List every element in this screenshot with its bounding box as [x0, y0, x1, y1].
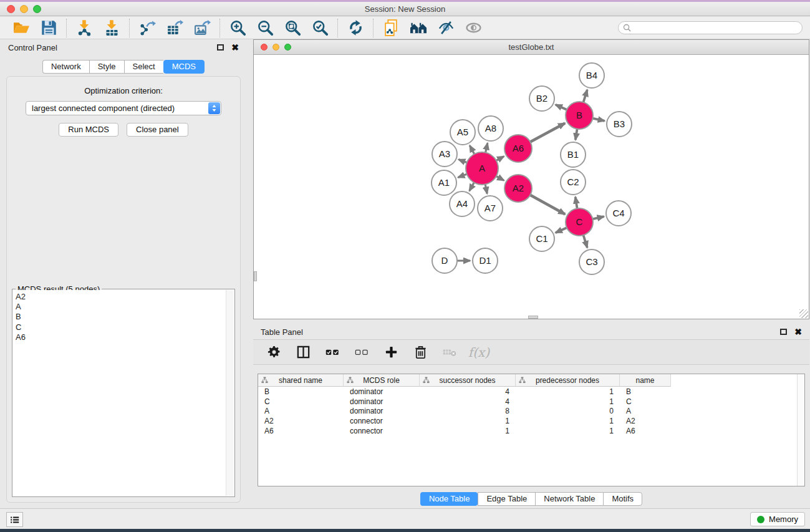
network-maximize-button[interactable]	[284, 44, 291, 51]
svg-text:A7: A7	[485, 203, 496, 213]
delete-columns-icon[interactable]	[412, 344, 429, 361]
mcds-result-list[interactable]: A2ABCA6	[13, 290, 234, 496]
mcds-result-group: MCDS result (5 nodes) A2ABCA6	[12, 289, 235, 497]
tab-select[interactable]: Select	[124, 60, 163, 74]
zoom-fit-content-icon[interactable]	[284, 19, 301, 37]
float-panel-icon[interactable]	[780, 329, 787, 335]
close-window-button[interactable]	[7, 5, 15, 13]
status-bar: Memory	[0, 508, 810, 529]
node-A8[interactable]: A8	[478, 116, 503, 141]
tab-style[interactable]: Style	[89, 60, 124, 74]
node-B4[interactable]: B4	[579, 63, 604, 88]
tab-node-table[interactable]: Node Table	[420, 492, 478, 506]
zoom-out-icon[interactable]	[256, 19, 274, 37]
node-C2[interactable]: C2	[561, 170, 586, 195]
tab-motifs[interactable]: Motifs	[603, 492, 642, 506]
search-input[interactable]	[634, 23, 798, 33]
node-A1[interactable]: A1	[432, 170, 456, 195]
tab-edge-table[interactable]: Edge Table	[478, 492, 535, 506]
select-all-checkboxes-icon[interactable]	[324, 344, 341, 361]
float-panel-icon[interactable]	[217, 44, 224, 51]
node-C3[interactable]: C3	[579, 249, 604, 274]
open-folder-icon[interactable]	[12, 19, 30, 37]
network-graph[interactable]: B4B2BB3A5A8A6A3AB1A1C2A4A7A2CC4C1C3DD1	[254, 56, 809, 319]
toggle-split-view-icon[interactable]	[294, 344, 312, 361]
table-options-gear-icon[interactable]	[265, 344, 282, 361]
node-B3[interactable]: B3	[607, 112, 632, 137]
node-A6[interactable]: A6	[504, 135, 532, 162]
node-D[interactable]: D	[432, 248, 457, 273]
hide-graphics-details-icon[interactable]	[437, 19, 455, 37]
column-header-shared-name[interactable]: shared name	[258, 374, 344, 387]
maximize-window-button[interactable]	[33, 5, 41, 13]
result-list-item[interactable]: B	[16, 312, 234, 322]
node-B[interactable]: B	[566, 102, 593, 129]
svg-text:B1: B1	[567, 149, 579, 160]
memory-button[interactable]: Memory	[750, 512, 805, 526]
export-image-icon[interactable]	[193, 19, 211, 37]
node-A2[interactable]: A2	[504, 175, 532, 202]
result-list-item[interactable]: A2	[16, 292, 234, 302]
node-B2[interactable]: B2	[529, 86, 554, 111]
node-B1[interactable]: B1	[561, 142, 586, 167]
column-header-name[interactable]: name	[620, 374, 671, 387]
table-scrollbar[interactable]	[797, 374, 804, 486]
column-header-predecessor-nodes[interactable]: predecessor nodes	[516, 374, 620, 387]
minimize-window-button[interactable]	[20, 5, 28, 13]
show-details-eye-icon[interactable]	[465, 19, 482, 37]
node-A5[interactable]: A5	[450, 120, 475, 145]
welcome-screen-icon[interactable]	[410, 19, 427, 37]
result-list-item[interactable]: A6	[16, 332, 234, 342]
export-table-icon[interactable]	[166, 19, 183, 37]
criterion-dropdown[interactable]: largest connected component (directed)	[26, 101, 221, 115]
node-A[interactable]: A	[466, 152, 498, 185]
node-C[interactable]: C	[566, 208, 593, 236]
table-tabs: Node TableEdge TableNetwork TableMotifs	[253, 492, 809, 506]
node-A7[interactable]: A7	[478, 196, 503, 221]
result-list-item[interactable]: A	[16, 302, 234, 312]
table-row[interactable]: Adominator80A	[258, 406, 804, 416]
import-table-icon[interactable]	[103, 19, 120, 37]
tab-network-table[interactable]: Network Table	[535, 492, 603, 506]
task-history-button[interactable]	[6, 512, 23, 527]
table-row[interactable]: A6connector11A6	[258, 426, 804, 436]
import-network-icon[interactable]	[75, 19, 93, 37]
tab-mcds[interactable]: MCDS	[163, 60, 205, 74]
close-panel-button[interactable]: Close panel	[127, 123, 188, 137]
close-panel-icon[interactable]: ✖	[794, 327, 802, 336]
network-canvas[interactable]: B4B2BB3A5A8A6A3AB1A1C2A4A7A2CC4C1C3DD1	[254, 56, 808, 318]
node-C4[interactable]: C4	[606, 201, 631, 226]
network-from-selection-icon[interactable]	[382, 19, 400, 37]
resize-grip-icon[interactable]	[799, 309, 808, 318]
node-D1[interactable]: D1	[473, 248, 498, 273]
search-box[interactable]	[618, 21, 803, 34]
column-header-successor-nodes[interactable]: successor nodes	[420, 374, 516, 387]
split-handle-icon[interactable]	[528, 316, 538, 319]
node-A3[interactable]: A3	[432, 142, 457, 167]
close-panel-icon[interactable]: ✖	[231, 43, 239, 52]
network-minimize-button[interactable]	[272, 44, 279, 51]
zoom-in-icon[interactable]	[229, 19, 246, 37]
svg-text:D1: D1	[479, 255, 491, 266]
table-cell: 0	[516, 407, 620, 415]
table-row[interactable]: Cdominator41C	[258, 397, 804, 407]
save-session-icon[interactable]	[40, 19, 57, 37]
result-list-scrollbar[interactable]	[226, 290, 234, 496]
deselect-all-checkboxes-icon[interactable]	[353, 344, 370, 361]
tab-network[interactable]: Network	[42, 60, 89, 74]
result-list-item[interactable]: C	[16, 322, 234, 332]
run-mcds-button[interactable]: Run MCDS	[59, 123, 118, 137]
split-handle-icon[interactable]	[254, 271, 257, 281]
table-row[interactable]: A2connector11A2	[258, 416, 804, 426]
table-row[interactable]: Bdominator41B	[258, 387, 804, 397]
network-window-titlebar[interactable]: testGlobe.txt	[254, 40, 809, 55]
create-column-icon[interactable]	[382, 344, 400, 361]
refresh-view-icon[interactable]	[347, 19, 364, 37]
table-cell: B	[620, 387, 671, 396]
zoom-selected-icon[interactable]	[311, 19, 329, 37]
network-close-button[interactable]	[261, 44, 268, 51]
node-C1[interactable]: C1	[529, 226, 554, 251]
column-header-MCDS-role[interactable]: MCDS role	[344, 374, 420, 387]
node-A4[interactable]: A4	[450, 191, 475, 216]
export-network-icon[interactable]	[138, 19, 156, 37]
